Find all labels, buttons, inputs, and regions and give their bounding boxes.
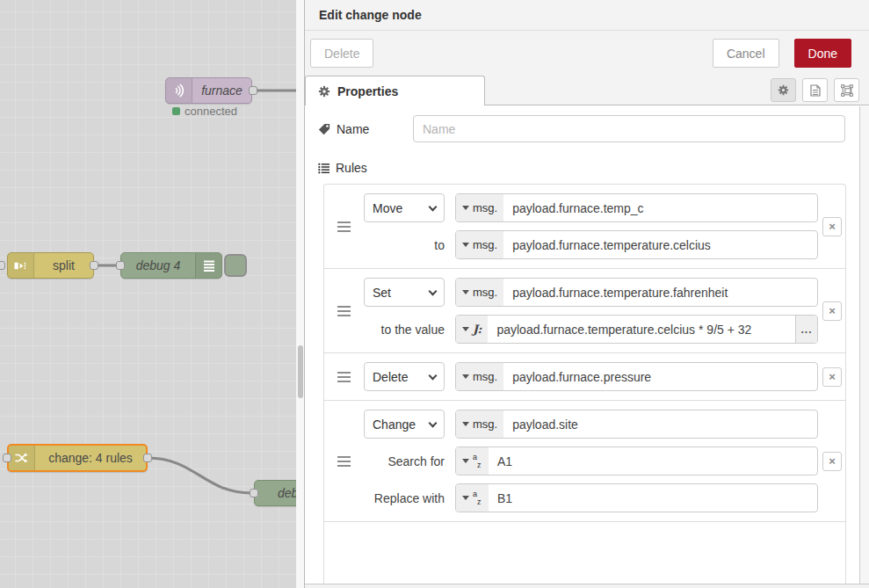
property-typed-input[interactable]: msg. payload.furnace.pressure xyxy=(455,362,818,391)
cancel-button[interactable]: Cancel xyxy=(713,39,779,68)
status-dot-icon xyxy=(172,107,180,115)
property-typed-input[interactable]: msg. payload.site xyxy=(455,410,818,439)
split-input-port[interactable] xyxy=(0,261,5,270)
node-change[interactable]: change: 4 rules xyxy=(7,444,148,472)
debug-list-icon xyxy=(195,253,221,278)
rule-action-select[interactable]: Change xyxy=(364,410,445,439)
tab-properties-label: Properties xyxy=(337,84,398,98)
change-input-port[interactable] xyxy=(3,454,11,462)
caret-down-icon xyxy=(462,496,469,504)
type-select-button[interactable]: az xyxy=(456,447,489,475)
node-label: furnace xyxy=(192,78,251,103)
rule-action-select[interactable]: Set xyxy=(364,278,445,307)
expression-value[interactable]: payload.furnace.temperature.celcius * 9/… xyxy=(488,316,795,343)
replace-typed-input[interactable]: az B1 xyxy=(455,483,818,512)
name-label: Name xyxy=(318,122,413,136)
tab-properties[interactable]: Properties xyxy=(305,76,485,105)
scrollbar-thumb[interactable] xyxy=(298,345,303,398)
drag-handle-icon[interactable] xyxy=(324,372,364,382)
to-typed-input[interactable]: msg. payload.furnace.temperature.celcius xyxy=(455,230,818,259)
delete-button[interactable]: Delete xyxy=(310,39,373,68)
document-icon xyxy=(810,84,821,97)
expand-expression-button[interactable]: ... xyxy=(795,316,817,343)
node-split[interactable]: split xyxy=(7,252,94,279)
tray-resize-handle[interactable] xyxy=(305,584,869,588)
remove-rule-button[interactable]: × xyxy=(822,301,842,321)
remove-rule-button[interactable]: × xyxy=(822,367,842,387)
node-debug-partial[interactable]: deb xyxy=(254,480,296,506)
remove-rule-button[interactable]: × xyxy=(822,217,842,236)
list-icon xyxy=(318,163,329,174)
node-label: split xyxy=(34,253,93,278)
drag-handle-icon[interactable] xyxy=(324,456,364,467)
type-select-button[interactable]: J: xyxy=(456,316,488,343)
chevron-down-icon xyxy=(429,419,438,428)
expression-type-icon: J: xyxy=(473,323,482,336)
caret-down-icon xyxy=(462,459,469,467)
property-value[interactable]: payload.furnace.pressure xyxy=(503,363,817,390)
flow-canvas[interactable]: furnace connected split debug 4 xyxy=(0,0,296,588)
tray-title: Edit change node xyxy=(319,8,422,22)
done-button[interactable]: Done xyxy=(794,39,851,68)
appearance-button[interactable] xyxy=(834,78,859,102)
name-row: Name xyxy=(318,115,845,142)
value-typed-input[interactable]: J: payload.furnace.temperature.celcius *… xyxy=(455,315,818,344)
split-output-port[interactable] xyxy=(90,261,98,270)
caret-down-icon xyxy=(462,290,469,298)
rule-row-4: Change msg. payload.site Sea xyxy=(324,401,845,522)
rule-action-select[interactable]: Delete xyxy=(364,362,445,391)
replace-with-label: Replace with xyxy=(364,491,445,505)
type-select-button[interactable]: msg. xyxy=(456,231,503,258)
debug-input-port[interactable] xyxy=(116,261,125,270)
rules-label: Rules xyxy=(318,161,869,175)
property-typed-input[interactable]: msg. payload.furnace.temp_c xyxy=(455,193,818,222)
rule-row-1: Move msg. payload.furnace.temp_c xyxy=(324,185,845,269)
search-typed-input[interactable]: az A1 xyxy=(455,446,818,475)
type-select-button[interactable]: msg. xyxy=(456,279,503,306)
caret-down-icon xyxy=(462,374,469,382)
form-scrollbar-track[interactable] xyxy=(859,106,869,584)
chevron-down-icon xyxy=(429,372,438,381)
change-output-port[interactable] xyxy=(143,454,152,462)
furnace-output-port[interactable] xyxy=(249,86,257,95)
gear-icon xyxy=(778,84,789,96)
rule-row-2: Set msg. payload.furnace.temperature.fah… xyxy=(324,269,845,353)
property-value[interactable]: payload.furnace.temp_c xyxy=(503,194,817,221)
type-select-button[interactable]: msg. xyxy=(456,363,503,390)
tray-header: Edit change node xyxy=(305,0,869,31)
property-value[interactable]: payload.furnace.temperature.fahrenheit xyxy=(503,279,817,306)
to-value[interactable]: payload.furnace.temperature.celcius xyxy=(503,231,817,258)
node-label: debug 4 xyxy=(121,253,195,278)
type-select-button[interactable]: msg. xyxy=(456,410,503,438)
status-text: connected xyxy=(185,105,237,118)
node-debug-4[interactable]: debug 4 xyxy=(120,252,222,279)
chevron-down-icon xyxy=(429,287,438,296)
remove-rule-button[interactable]: × xyxy=(822,452,842,471)
furnace-status: connected xyxy=(172,105,237,118)
drag-handle-icon[interactable] xyxy=(324,306,364,316)
property-value[interactable]: payload.site xyxy=(503,410,817,438)
debug-partial-input-port[interactable] xyxy=(250,489,258,497)
caret-down-icon xyxy=(462,243,469,250)
rule-action-select[interactable]: Move xyxy=(364,193,445,222)
to-label: to xyxy=(364,238,445,252)
debug-toggle-button[interactable] xyxy=(224,254,247,277)
node-red-editor: furnace connected split debug 4 xyxy=(0,0,869,588)
tab-icon-buttons xyxy=(771,78,859,102)
property-typed-input[interactable]: msg. payload.furnace.temperature.fahrenh… xyxy=(455,278,818,307)
gear-icon xyxy=(318,85,330,98)
type-select-button[interactable]: msg. xyxy=(456,194,503,221)
replace-value[interactable]: B1 xyxy=(489,484,817,512)
properties-gear-button[interactable] xyxy=(771,78,796,102)
caret-down-icon xyxy=(462,422,469,430)
node-furnace[interactable]: furnace xyxy=(165,77,252,104)
search-value[interactable]: A1 xyxy=(489,447,817,475)
rules-list: Move msg. payload.furnace.temp_c xyxy=(323,184,846,584)
description-button[interactable] xyxy=(802,78,828,102)
workspace-scrollbar[interactable] xyxy=(296,0,304,588)
drag-handle-icon[interactable] xyxy=(324,221,364,232)
name-input[interactable] xyxy=(413,115,845,142)
type-select-button[interactable]: az xyxy=(456,484,489,512)
radio-waves-icon xyxy=(166,78,192,103)
string-type-icon: az xyxy=(473,454,482,468)
